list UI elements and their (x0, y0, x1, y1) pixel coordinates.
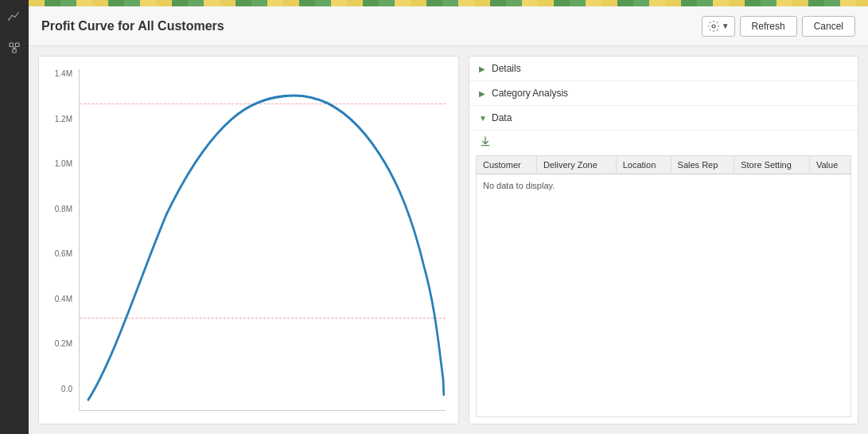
col-value: Value (809, 156, 850, 174)
y-label-02: 0.2M (45, 339, 72, 348)
data-section-header[interactable]: ▼ Data (469, 106, 858, 131)
y-label-14: 1.4M (45, 69, 72, 78)
page-title: Profit Curve for All Customers (41, 19, 702, 33)
data-collapse-icon: ▼ (479, 114, 487, 123)
cancel-button[interactable]: Cancel (802, 16, 855, 37)
y-label-10: 1.0M (45, 159, 72, 168)
col-customer: Customer (477, 156, 536, 174)
col-sales-rep: Sales Rep (671, 156, 734, 174)
category-expand-icon: ▶ (479, 89, 487, 98)
svg-rect-1 (10, 43, 14, 47)
download-button-area[interactable] (469, 131, 858, 155)
diagram-icon[interactable] (5, 38, 24, 57)
y-label-00: 0.0 (45, 385, 72, 393)
data-table: Customer Delivery Zone Location Sales Re… (477, 156, 850, 197)
table-header-row: Customer Delivery Zone Location Sales Re… (477, 156, 850, 174)
chart-icon[interactable] (5, 6, 24, 25)
data-table-container: Customer Delivery Zone Location Sales Re… (476, 155, 851, 417)
profit-curve-svg (80, 69, 446, 410)
col-location: Location (616, 156, 671, 174)
y-label-12: 1.2M (45, 115, 72, 123)
right-panel: ▶ Details ▶ Category Analysis ▼ Data (469, 56, 858, 424)
gear-button[interactable]: ▼ (702, 16, 735, 37)
data-section-title: Data (492, 112, 512, 123)
y-label-04: 0.4M (45, 295, 72, 303)
gear-icon (707, 20, 720, 33)
y-label-06: 0.6M (45, 249, 72, 258)
content-area: 1.4M 1.2M 1.0M 0.8M 0.6M 0.4M 0.2M 0.0 (29, 46, 868, 434)
top-banner (29, 0, 868, 6)
data-section: ▼ Data (469, 106, 858, 424)
chart-container: 1.4M 1.2M 1.0M 0.8M 0.6M 0.4M 0.2M 0.0 (45, 69, 446, 411)
svg-point-6 (712, 25, 715, 28)
no-data-message: No data to display. (477, 174, 850, 197)
download-icon (479, 135, 492, 151)
header-actions: ▼ Refresh Cancel (702, 16, 855, 37)
refresh-button[interactable]: Refresh (740, 16, 797, 37)
y-label-08: 0.8M (45, 205, 72, 213)
y-axis: 1.4M 1.2M 1.0M 0.8M 0.6M 0.4M 0.2M 0.0 (45, 69, 79, 411)
details-section-title: Details (492, 63, 521, 74)
details-section-header[interactable]: ▶ Details (469, 57, 858, 81)
col-delivery-zone: Delivery Zone (536, 156, 616, 174)
col-store-setting: Store Setting (734, 156, 810, 174)
svg-rect-3 (13, 49, 17, 53)
no-data-row: No data to display. (477, 174, 850, 197)
dropdown-arrow-icon: ▼ (722, 22, 730, 30)
chart-panel: 1.4M 1.2M 1.0M 0.8M 0.6M 0.4M 0.2M 0.0 (38, 56, 459, 424)
main-area: Profit Curve for All Customers ▼ Refresh… (29, 0, 868, 434)
chart-area (79, 69, 446, 411)
category-analysis-section-header[interactable]: ▶ Category Analysis (469, 81, 858, 106)
header: Profit Curve for All Customers ▼ Refresh… (29, 6, 868, 46)
svg-rect-2 (16, 43, 20, 47)
table-body: No data to display. (477, 174, 850, 197)
details-expand-icon: ▶ (479, 65, 487, 73)
svg-point-0 (8, 18, 10, 20)
category-analysis-title: Category Analysis (492, 88, 568, 99)
sidebar (0, 0, 29, 434)
